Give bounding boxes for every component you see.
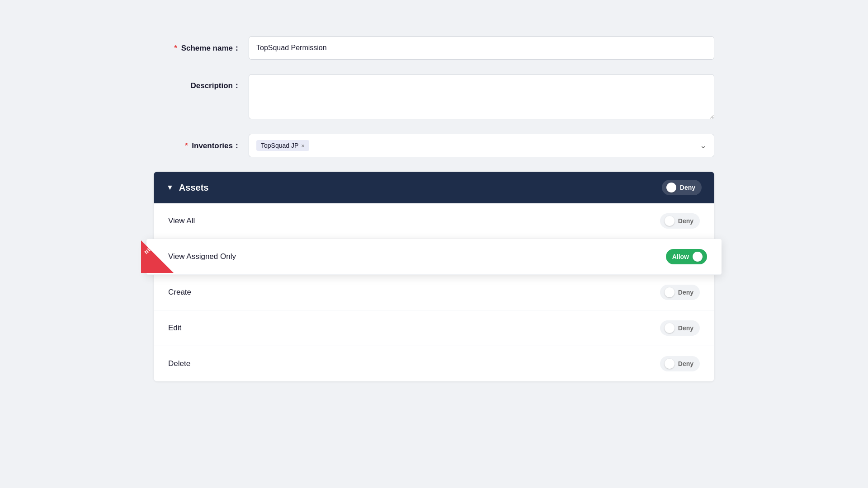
- toggle-text-edit: Deny: [678, 324, 693, 332]
- permission-row-view-all: View All Deny: [154, 203, 714, 239]
- permission-row-create: Create Deny: [154, 275, 714, 310]
- scheme-name-row: * Scheme name：: [154, 36, 714, 60]
- tag-container: TopSquad JP ×: [256, 140, 309, 151]
- permission-row-edit: Edit Deny: [154, 310, 714, 346]
- new-badge-triangle: [141, 240, 174, 273]
- assets-chevron-icon[interactable]: ▼: [166, 183, 174, 192]
- scheme-name-input[interactable]: [249, 36, 714, 60]
- permission-row-delete: Delete Deny: [154, 346, 714, 381]
- description-input[interactable]: [249, 74, 714, 119]
- required-star: *: [174, 44, 177, 52]
- toggle-text-create: Deny: [678, 289, 693, 296]
- assets-header-left: ▼ Assets: [166, 183, 208, 193]
- toggle-knob-delete: [665, 359, 675, 369]
- toggle-text-delete: Deny: [678, 360, 693, 367]
- inventories-label: * Inventories：: [154, 141, 249, 151]
- toggle-delete[interactable]: Deny: [660, 356, 700, 371]
- description-label: Description：: [154, 74, 249, 91]
- permission-label-delete: Delete: [168, 359, 190, 368]
- inventory-tag: TopSquad JP ×: [256, 140, 309, 151]
- assets-body: View All Deny NEW View Assigned Only All…: [154, 203, 714, 381]
- assets-header-toggle[interactable]: Deny: [662, 180, 702, 195]
- toggle-edit[interactable]: Deny: [660, 320, 700, 336]
- toggle-view-assigned-only[interactable]: Allow: [666, 249, 707, 264]
- assets-title: Assets: [179, 183, 209, 193]
- toggle-knob-view-assigned-only: [693, 252, 703, 262]
- permission-label-view-assigned-only: View Assigned Only: [168, 252, 236, 261]
- toggle-text-view-assigned-only: Allow: [672, 253, 689, 260]
- inventories-select[interactable]: TopSquad JP × ⌄: [249, 134, 714, 157]
- permission-row-view-assigned-only: NEW View Assigned Only Allow: [146, 239, 722, 275]
- description-row: Description：: [154, 74, 714, 119]
- toggle-text-view-all: Deny: [678, 217, 693, 225]
- new-badge-container: NEW: [141, 240, 174, 273]
- toggle-knob-view-all: [665, 216, 675, 226]
- permission-label-create: Create: [168, 288, 191, 297]
- toggle-knob-edit: [665, 323, 675, 333]
- toggle-create[interactable]: Deny: [660, 285, 700, 300]
- assets-header: ▼ Assets Deny: [154, 172, 714, 203]
- chevron-down-icon: ⌄: [700, 141, 707, 150]
- inventories-row: * Inventories： TopSquad JP × ⌄: [154, 134, 714, 157]
- permission-label-edit: Edit: [168, 324, 181, 333]
- assets-section: ▼ Assets Deny View All Deny: [154, 172, 714, 381]
- permission-label-view-all: View All: [168, 216, 195, 225]
- toggle-view-all[interactable]: Deny: [660, 213, 700, 229]
- toggle-knob-header: [666, 183, 676, 192]
- required-star-inventories: *: [185, 141, 188, 150]
- scheme-name-label: * Scheme name：: [154, 43, 249, 53]
- toggle-knob-create: [665, 287, 675, 297]
- page-container: * Scheme name： Description： * Inventorie…: [0, 0, 868, 488]
- assets-header-toggle-label: Deny: [680, 184, 695, 191]
- tag-close-icon[interactable]: ×: [301, 143, 305, 149]
